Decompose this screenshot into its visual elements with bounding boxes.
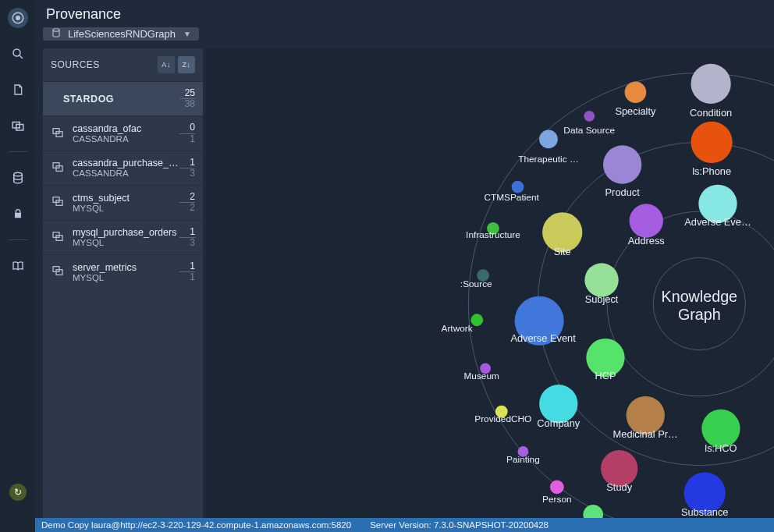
sort-asc-button[interactable]: A↓ [158, 56, 175, 73]
source-name: STARDOG [63, 94, 179, 105]
graph-node-label: Address [628, 235, 665, 246]
center-label-1: Knowledge [662, 288, 738, 305]
status-server-version: Server Version: 7.3.0-SNAPSHOT-20200428 [370, 520, 549, 530]
graph-node-label: Adverse Event [510, 332, 576, 344]
nav-refresh-icon[interactable]: ↻ [9, 484, 27, 501]
source-name: cassandra_purchase_… [73, 158, 179, 168]
source-name: ctms_subject [73, 193, 179, 204]
source-type: CASSANDRA [73, 134, 179, 144]
source-counts: 11 [179, 261, 195, 282]
source-counts: 2538 [179, 88, 195, 109]
graph-node[interactable] [550, 480, 564, 494]
graph-canvas[interactable]: Knowledge Graph ConditionSpecialtyls:Pho… [206, 48, 774, 532]
graph-node-label: Adverse Eve… [684, 216, 751, 228]
graph-node-label: CTMSPatient [484, 192, 539, 203]
graph-node[interactable] [584, 111, 595, 122]
graph-node[interactable] [603, 145, 641, 183]
svg-point-8 [53, 29, 59, 32]
nav-book-icon[interactable] [8, 256, 28, 276]
nav-database-icon[interactable] [8, 168, 28, 188]
datasource-icon [51, 126, 66, 141]
graph-node[interactable] [691, 64, 730, 104]
graph-node-label: Medicinal Pr… [613, 428, 678, 440]
source-list: STARDOG2538cassandra_ofacCASSANDRA01cass… [43, 81, 203, 531]
graph-node-label: Site [554, 246, 571, 257]
source-type: MYSQL [73, 273, 179, 282]
nav-rail: ↻ [0, 0, 35, 532]
nav-search-icon[interactable] [8, 44, 28, 64]
source-type: CASSANDRA [73, 168, 179, 178]
nav-document-icon[interactable] [8, 80, 28, 100]
caret-down-icon: ▼ [183, 30, 191, 38]
source-item[interactable]: ctms_subjectMYSQL22 [43, 185, 203, 219]
graph-node-label: Painting [506, 454, 540, 465]
source-type: MYSQL [73, 204, 179, 213]
page-title: Provenance [35, 0, 774, 27]
source-name: cassandra_ofac [73, 123, 179, 134]
graph-node[interactable] [691, 122, 732, 163]
graph-node-label: Study [606, 481, 632, 493]
graph-node-label: Infrastructure [466, 229, 520, 240]
graph-selector[interactable]: LifeSciencesRNDGraph ▼ [43, 27, 199, 41]
rail-separator [9, 239, 27, 240]
datasource-icon [51, 195, 66, 210]
graph-selector-value: LifeSciencesRNDGraph [68, 28, 176, 40]
source-item[interactable]: cassandra_purchase_…CASSANDRA13 [43, 151, 203, 185]
rail-separator [9, 151, 27, 152]
svg-point-1 [16, 16, 20, 20]
graph-node-label: Artwork [442, 323, 473, 334]
graph-node-label: Person [542, 494, 571, 505]
graph-node-label: Product [605, 186, 641, 198]
sort-desc-button[interactable]: Z↓ [178, 56, 195, 73]
graph-node-label: Data Source [563, 125, 615, 136]
graph-node[interactable] [625, 81, 647, 103]
source-item[interactable]: cassandra_ofacCASSANDRA01 [43, 115, 203, 150]
graph-node-label: Subject [585, 293, 619, 305]
datasource-icon [51, 264, 66, 279]
nav-target-icon[interactable] [8, 8, 28, 28]
source-counts: 01 [179, 122, 195, 144]
graph-node[interactable] [584, 263, 618, 296]
graph-node-label: Therapeutic … [518, 154, 579, 165]
nav-lock-icon[interactable] [8, 204, 28, 224]
sources-heading: SOURCES [51, 59, 100, 70]
source-counts: 13 [179, 227, 195, 248]
graph-node-label: ls:Phone [692, 165, 731, 177]
datasource-icon [51, 161, 66, 176]
graph-node[interactable] [512, 181, 524, 193]
graph-node-label: :Source [460, 278, 492, 289]
graph-node-label: Museum [463, 371, 499, 381]
source-name: server_metrics [73, 262, 179, 273]
source-type: MYSQL [73, 238, 179, 247]
status-left: Demo Copy laura@http://ec2-3-220-129-42.… [41, 520, 351, 530]
graph-node-label: ProvidedCHO [474, 413, 531, 424]
svg-line-3 [20, 55, 23, 59]
center-label-2: Graph [678, 306, 721, 323]
graph-node[interactable] [630, 204, 663, 237]
datasource-icon [51, 230, 66, 245]
svg-point-2 [13, 49, 20, 56]
graph-node-label: Specialty [615, 105, 656, 117]
graph-node[interactable] [539, 130, 558, 149]
graph-node-label: ls:HCO [705, 442, 737, 454]
sources-panel-header: SOURCES A↓ Z↓ [43, 48, 203, 81]
source-item[interactable]: mysql_purchase_ordersMYSQL13 [43, 220, 203, 254]
source-item[interactable]: STARDOG2538 [43, 81, 203, 115]
nav-tables-icon[interactable] [8, 115, 28, 136]
status-bar: Demo Copy laura@http://ec2-3-220-129-42.… [35, 518, 774, 532]
graph-node-label: Company [537, 417, 580, 429]
source-counts: 22 [179, 192, 195, 213]
svg-point-6 [13, 172, 22, 176]
main-area: Provenance LifeSciencesRNDGraph ▼ SOURCE… [35, 0, 774, 532]
graph-node-label: HCP [595, 370, 616, 381]
source-item[interactable]: server_metricsMYSQL11 [43, 254, 203, 289]
source-name: mysql_purchase_orders [73, 227, 179, 238]
graph-node[interactable] [470, 314, 483, 326]
database-icon [51, 27, 62, 41]
sources-panel: SOURCES A↓ Z↓ STARDOG2538cassandra_ofacC… [43, 48, 203, 532]
graph-node-label: Substance [681, 506, 729, 518]
source-counts: 13 [179, 158, 195, 179]
graph-node-label: Condition [690, 107, 732, 119]
